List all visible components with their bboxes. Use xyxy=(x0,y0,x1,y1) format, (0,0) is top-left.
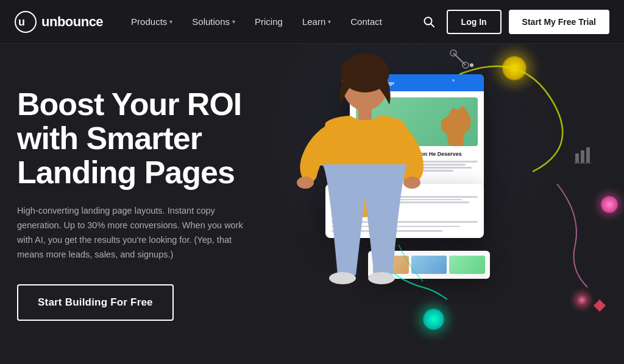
pink-orb xyxy=(601,196,618,213)
svg-point-19 xyxy=(329,272,356,284)
nav-products[interactable]: Products ▾ xyxy=(122,12,181,32)
svg-point-4 xyxy=(470,63,473,67)
start-building-button[interactable]: Start Building For Free xyxy=(17,284,174,321)
svg-point-20 xyxy=(368,272,395,284)
learn-chevron-icon: ▾ xyxy=(328,18,331,25)
pink-small-orb xyxy=(576,295,587,306)
nav-solutions[interactable]: Solutions ▾ xyxy=(183,12,244,32)
search-icon xyxy=(424,16,434,27)
logo-link[interactable]: u unbounce xyxy=(15,11,103,33)
svg-rect-12 xyxy=(586,147,590,163)
logo-text: unbounce xyxy=(41,14,103,30)
yellow-orb xyxy=(502,56,526,80)
solutions-chevron-icon: ▾ xyxy=(232,18,235,25)
svg-rect-16 xyxy=(358,108,372,120)
person-figure xyxy=(271,44,453,324)
svg-line-6 xyxy=(453,53,466,65)
hero-visual: Your Landing Page Give Your Dog the Vaca… xyxy=(277,44,624,364)
products-chevron-icon: ▾ xyxy=(169,18,172,25)
nav-actions: Log In Start My Free Trial xyxy=(419,10,609,34)
ter-cell-3 xyxy=(449,256,485,274)
search-button[interactable] xyxy=(419,12,439,32)
svg-text:u: u xyxy=(18,16,25,28)
svg-line-3 xyxy=(431,24,434,27)
svg-rect-10 xyxy=(575,153,579,163)
hero-section: Boost Your ROI with Smarter Landing Page… xyxy=(0,44,624,364)
svg-point-17 xyxy=(297,177,314,189)
hero-headline: Boost Your ROI with Smarter Landing Page… xyxy=(17,87,280,189)
login-button[interactable]: Log In xyxy=(447,10,502,34)
nav-contact[interactable]: Contact xyxy=(342,12,391,32)
unbounce-logo-icon: u xyxy=(15,11,37,33)
nav-links: Products ▾ Solutions ▾ Pricing Learn ▾ C… xyxy=(122,12,419,32)
nav-pricing[interactable]: Pricing xyxy=(246,12,291,32)
hero-left-content: Boost Your ROI with Smarter Landing Page… xyxy=(0,87,280,321)
svg-point-18 xyxy=(403,177,420,189)
svg-rect-11 xyxy=(581,150,584,163)
nav-learn[interactable]: Learn ▾ xyxy=(294,12,339,32)
svg-point-8 xyxy=(463,62,469,68)
navigation: u unbounce Products ▾ Solutions ▾ Pricin… xyxy=(0,0,624,44)
start-trial-button[interactable]: Start My Free Trial xyxy=(509,10,609,34)
svg-marker-9 xyxy=(594,299,606,312)
hero-subtext: High-converting landing page layouts. In… xyxy=(17,204,249,262)
